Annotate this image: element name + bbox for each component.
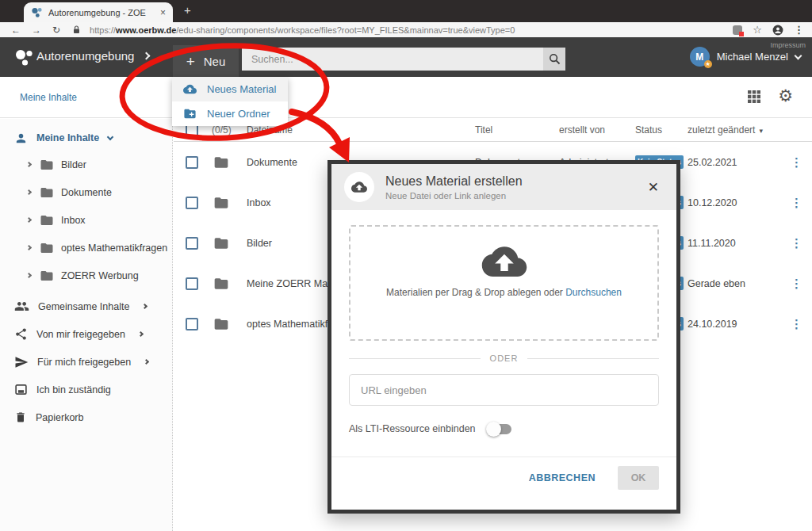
lti-row: Als LTI-Ressource einbinden: [349, 423, 659, 434]
folder-icon: [213, 195, 229, 211]
folder-icon: [213, 155, 229, 170]
sidebar-folder-zoerr-werbung[interactable]: ZOERR Werbung: [0, 262, 172, 289]
url-text[interactable]: https://www.oerbw.de/edu-sharing/compone…: [90, 25, 733, 35]
menu-item-neues-material[interactable]: Neues Material: [172, 77, 288, 101]
sidebar-item-von-mir-freigegeben[interactable]: Von mir freigegeben: [0, 320, 172, 348]
back-icon[interactable]: ←: [11, 25, 21, 36]
row-menu-icon[interactable]: ⋮: [781, 236, 812, 250]
tab-close-icon[interactable]: ×: [160, 8, 166, 17]
dialog-icon-circle: [344, 172, 374, 202]
menu-item-neuer-ordner[interactable]: Neuer Ordner: [172, 101, 288, 126]
neu-button[interactable]: + Neu: [173, 45, 239, 77]
app-title: Autorenumgebung: [36, 49, 149, 63]
forward-icon[interactable]: →: [32, 25, 41, 36]
group-icon: [14, 299, 29, 314]
plus-icon: +: [186, 54, 195, 69]
col-status[interactable]: Status: [635, 124, 688, 136]
sidebar-folder-optes[interactable]: optes Mathematikfragen: [0, 234, 172, 262]
settings-gear-icon[interactable]: ⚙: [778, 88, 793, 105]
dropzone-text: Materialien per Drag & Drop ablegen oder…: [386, 287, 622, 298]
browser-tab-strip: Autorenumgebung - ZOE × +: [0, 0, 812, 22]
sidebar-folder-inbox[interactable]: Inbox: [0, 206, 172, 234]
sidebar: Meine Inhalte Bilder Dokumente Inbox opt…: [0, 119, 173, 531]
extension-icon[interactable]: [733, 25, 742, 35]
chevron-right-icon[interactable]: [26, 273, 32, 278]
file-dropzone[interactable]: Materialien per Drag & Drop ablegen oder…: [349, 225, 659, 341]
sidebar-item-ich-bin-zustaendig[interactable]: Ich bin zuständig: [0, 376, 172, 403]
dialog-footer: ABBRECHEN OK: [331, 457, 676, 490]
ok-button[interactable]: OK: [618, 466, 659, 490]
share-icon: [14, 327, 28, 341]
toolbar-row: Meine Inhalte ⚙: [0, 77, 812, 118]
folder-icon: [213, 316, 229, 332]
row-checkbox[interactable]: [186, 156, 198, 169]
browser-menu-icon[interactable]: ⋮: [794, 24, 804, 36]
chevron-right-icon: [144, 359, 149, 365]
sidebar-item-meine-inhalte[interactable]: Meine Inhalte: [0, 125, 172, 151]
col-zuletzt-geaendert[interactable]: zuletzt geändert▾: [688, 124, 781, 136]
row-menu-icon[interactable]: ⋮: [781, 196, 812, 210]
sidebar-item-gemeinsame-inhalte[interactable]: Gemeinsame Inhalte: [0, 292, 172, 320]
chevron-right-icon[interactable]: [26, 245, 32, 250]
tab-title: Autorenumgebung - ZOE: [48, 8, 155, 17]
row-menu-icon[interactable]: ⋮: [781, 317, 812, 331]
chevron-down-icon: [795, 52, 802, 59]
url-input[interactable]: [349, 374, 659, 406]
lti-toggle[interactable]: [488, 424, 511, 434]
sidebar-folder-dokumente[interactable]: Dokumente: [0, 178, 172, 206]
browser-tab[interactable]: Autorenumgebung - ZOE ×: [24, 2, 173, 22]
sidebar-folder-bilder[interactable]: Bilder: [0, 151, 172, 178]
browser-profile-icon[interactable]: [772, 25, 783, 36]
folder-icon: [40, 185, 54, 200]
col-dateiname[interactable]: Dateiname: [247, 124, 475, 136]
col-titel[interactable]: Titel: [475, 124, 559, 136]
url-domain: www.oerbw.de: [116, 25, 176, 35]
sidebar-item-fuer-mich-freigegeben[interactable]: Für mich freigegeben: [0, 348, 172, 376]
cloud-upload-icon: [481, 245, 527, 277]
neues-material-dialog: Neues Material erstellen Neue Datei oder…: [327, 160, 680, 514]
dialog-subtitle: Neue Datei oder Link anlegen: [385, 191, 643, 201]
lti-label: Als LTI-Ressource einbinden: [349, 423, 476, 434]
chevron-down-icon: [107, 133, 113, 139]
user-menu[interactable]: M ★ Michael Menzel: [690, 47, 801, 67]
trash-icon: [14, 411, 27, 424]
oder-divider: ODER: [349, 353, 659, 363]
url-scheme: https://: [90, 25, 116, 35]
folder-icon: [213, 276, 229, 292]
close-icon[interactable]: ✕: [643, 176, 664, 199]
chevron-right-icon[interactable]: [26, 189, 32, 195]
row-checkbox[interactable]: [186, 277, 198, 290]
row-checkbox[interactable]: [186, 197, 198, 209]
sidebar-item-papierkorb[interactable]: Papierkorb: [0, 403, 172, 431]
search-input[interactable]: [242, 48, 543, 71]
bookmark-star-icon[interactable]: ☆: [753, 24, 762, 36]
chevron-right-icon[interactable]: [26, 217, 32, 223]
person-icon: [14, 132, 28, 145]
grid-view-icon[interactable]: [748, 90, 760, 103]
row-checkbox[interactable]: [186, 318, 198, 330]
favicon-edu-sharing: [31, 6, 43, 18]
durchsuchen-link[interactable]: Durchsuchen: [565, 287, 622, 298]
new-tab-button[interactable]: +: [184, 3, 191, 17]
dialog-header: Neues Material erstellen Neue Datei oder…: [331, 164, 676, 210]
send-icon: [14, 355, 29, 369]
chevron-right-icon[interactable]: [143, 52, 151, 60]
url-path: /edu-sharing/components/workspace/files?…: [176, 25, 515, 35]
avatar: M ★: [690, 47, 710, 67]
row-menu-icon[interactable]: ⋮: [781, 277, 812, 291]
breadcrumb[interactable]: Meine Inhalte: [20, 92, 77, 103]
chevron-right-icon[interactable]: [26, 162, 32, 167]
row-menu-icon[interactable]: ⋮: [781, 155, 812, 170]
folder-icon: [40, 269, 54, 283]
search-icon: [549, 53, 561, 65]
reload-icon[interactable]: ↻: [52, 25, 60, 36]
folder-icon: [40, 213, 54, 227]
row-checkbox[interactable]: [186, 237, 198, 250]
cloud-upload-icon: [183, 82, 197, 96]
col-erstellt-von[interactable]: erstellt von: [559, 124, 635, 136]
neu-dropdown-menu: Neues Material Neuer Ordner: [172, 77, 288, 126]
browser-url-bar: ← → ↻ https://www.oerbw.de/edu-sharing/c…: [0, 22, 812, 37]
cancel-button[interactable]: ABBRECHEN: [529, 472, 596, 483]
lock-icon: [73, 25, 80, 34]
search-button[interactable]: [543, 48, 565, 71]
